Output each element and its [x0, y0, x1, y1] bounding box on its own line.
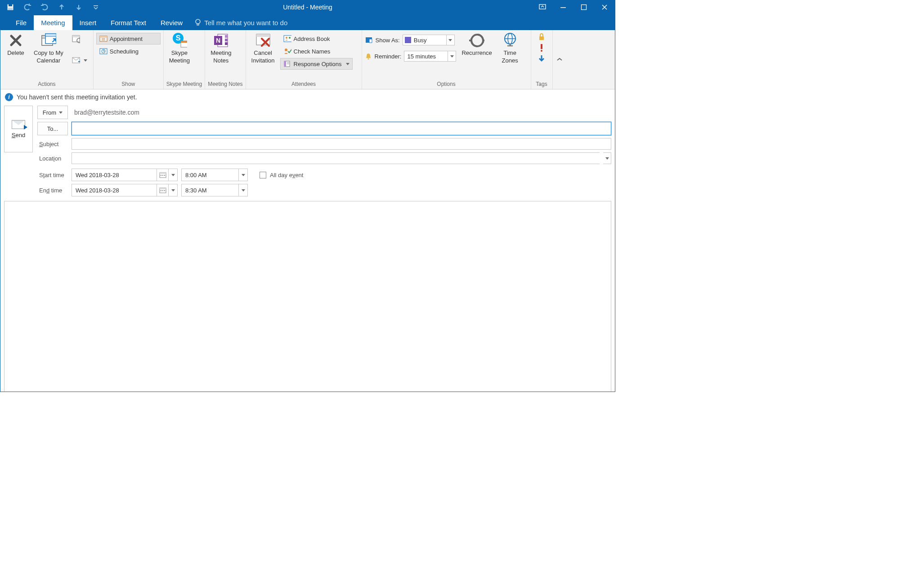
- location-label: Location: [37, 155, 68, 162]
- previous-item-icon[interactable]: [56, 2, 67, 13]
- tab-file[interactable]: File: [9, 15, 34, 30]
- quick-access-toolbar: [0, 0, 101, 14]
- forward-icon: [72, 56, 80, 64]
- group-label-notes: Meeting Notes: [208, 80, 242, 88]
- window-controls: [532, 0, 615, 14]
- check-names-icon: [283, 47, 291, 55]
- ribbon-display-icon[interactable]: [532, 0, 553, 14]
- svg-rect-20: [100, 36, 107, 38]
- svg-rect-6: [560, 7, 566, 8]
- svg-rect-30: [181, 41, 187, 43]
- chevron-down-icon[interactable]: [168, 169, 177, 181]
- high-importance-icon[interactable]: [538, 44, 545, 52]
- end-date-picker[interactable]: Wed 2018-03-28: [72, 184, 178, 196]
- end-time-label: End time: [37, 187, 68, 194]
- calendar-icon[interactable]: [157, 169, 168, 181]
- ribbon-tabs: File Meeting Insert Format Text Review T…: [0, 14, 615, 30]
- copy-to-my-calendar-button[interactable]: Copy to My Calendar: [31, 32, 66, 65]
- window-title: Untitled - Meeting: [283, 4, 332, 11]
- calendar-icon[interactable]: [157, 184, 168, 196]
- svg-rect-7: [582, 5, 587, 10]
- undo-icon[interactable]: [22, 2, 33, 13]
- svg-rect-33: [225, 39, 228, 41]
- svg-rect-2: [9, 4, 12, 6]
- group-label-attendees: Attendees: [249, 80, 359, 88]
- svg-rect-13: [45, 34, 56, 36]
- group-label-tags: Tags: [534, 80, 550, 88]
- meeting-body-editor[interactable]: [4, 201, 611, 392]
- recurrence-button[interactable]: Recurrence: [459, 32, 494, 58]
- send-icon: [12, 120, 25, 129]
- address-book-button[interactable]: Address Book: [280, 33, 353, 45]
- to-button[interactable]: To...: [37, 122, 68, 135]
- svg-text:N: N: [216, 37, 220, 44]
- tell-me-search[interactable]: Tell me what you want to do: [190, 15, 292, 30]
- svg-rect-15: [72, 36, 80, 37]
- chevron-down-icon[interactable]: [168, 184, 177, 196]
- time-zones-button[interactable]: Time Zones: [497, 32, 523, 65]
- cancel-invitation-icon: [255, 33, 271, 48]
- all-day-checkbox[interactable]: [260, 172, 266, 178]
- save-icon[interactable]: [5, 2, 16, 13]
- start-time-picker[interactable]: 8:00 AM: [181, 169, 248, 181]
- low-importance-icon[interactable]: [538, 54, 545, 62]
- subject-input[interactable]: [72, 138, 611, 150]
- calendar-copy-icon: [41, 33, 56, 48]
- redo-icon[interactable]: [39, 2, 50, 13]
- calendar-search-icon: [72, 35, 80, 43]
- cancel-invitation-button[interactable]: Cancel Invitation: [249, 32, 278, 65]
- svg-point-47: [367, 58, 369, 60]
- tab-insert[interactable]: Insert: [72, 15, 104, 30]
- show-as-dropdown[interactable]: Busy: [403, 35, 455, 45]
- appointment-button[interactable]: Appointment: [96, 33, 161, 45]
- from-value: brad@terrytestsite.com: [72, 109, 139, 116]
- delete-icon: [8, 33, 23, 48]
- busy-swatch: [405, 37, 411, 43]
- tab-review[interactable]: Review: [153, 15, 190, 30]
- ribbon: Delete Copy to My Calendar Actions Appoi…: [0, 30, 615, 89]
- end-time-picker[interactable]: 8:30 AM: [181, 184, 248, 196]
- scheduling-button[interactable]: Scheduling: [96, 45, 161, 57]
- close-button[interactable]: [594, 0, 615, 14]
- reminder-dropdown[interactable]: 15 minutes: [404, 51, 456, 62]
- svg-rect-5: [539, 4, 546, 9]
- group-label-skype: Skype Meeting: [166, 80, 202, 88]
- forward-button[interactable]: [69, 54, 90, 66]
- calendar-view-button[interactable]: [69, 33, 90, 45]
- send-button[interactable]: Send: [4, 106, 33, 152]
- check-names-button[interactable]: Check Names: [280, 45, 353, 57]
- info-icon: i: [5, 93, 13, 101]
- start-time-label: Start time: [37, 172, 68, 178]
- appointment-icon: [99, 35, 108, 43]
- meeting-notes-button[interactable]: N Meeting Notes: [208, 32, 234, 65]
- tell-me-label: Tell me what you want to do: [204, 19, 287, 27]
- from-button[interactable]: From: [37, 106, 68, 119]
- chevron-down-icon[interactable]: [238, 184, 247, 196]
- svg-rect-56: [161, 175, 161, 176]
- minimize-button[interactable]: [553, 0, 574, 14]
- svg-rect-52: [541, 44, 542, 49]
- svg-point-40: [286, 37, 287, 39]
- svg-rect-9: [197, 24, 199, 25]
- tab-meeting[interactable]: Meeting: [34, 15, 72, 30]
- private-icon[interactable]: [538, 33, 546, 41]
- maximize-button[interactable]: [574, 0, 594, 14]
- skype-meeting-button[interactable]: S Skype Meeting: [166, 32, 193, 65]
- svg-rect-44: [284, 61, 286, 67]
- svg-rect-38: [256, 34, 270, 37]
- response-options-button[interactable]: Response Options: [280, 58, 353, 70]
- to-input[interactable]: [72, 122, 611, 135]
- chevron-down-icon[interactable]: [238, 169, 247, 181]
- location-dropdown-button[interactable]: [603, 152, 611, 164]
- svg-rect-34: [225, 42, 228, 45]
- delete-button[interactable]: Delete: [3, 32, 28, 58]
- next-item-icon[interactable]: [73, 2, 84, 13]
- collapse-ribbon-button[interactable]: [553, 30, 566, 89]
- start-date-picker[interactable]: Wed 2018-03-28: [72, 169, 178, 181]
- location-input[interactable]: [72, 152, 600, 164]
- tab-format-text[interactable]: Format Text: [103, 15, 153, 30]
- group-label-options: Options: [365, 80, 528, 88]
- svg-point-8: [196, 19, 200, 24]
- qat-customize-icon[interactable]: [90, 2, 101, 13]
- svg-point-53: [541, 50, 542, 52]
